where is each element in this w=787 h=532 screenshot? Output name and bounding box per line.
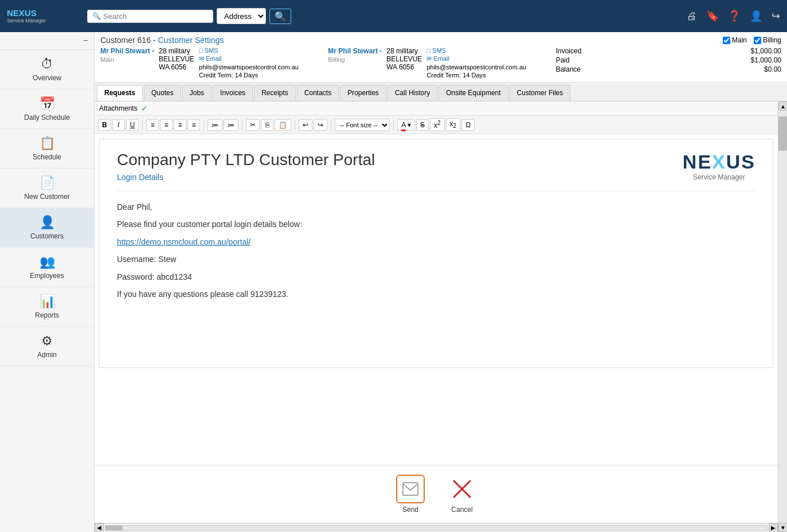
undo-button[interactable]: ↩ bbox=[299, 119, 312, 131]
superscript-button[interactable]: x2 bbox=[430, 118, 445, 131]
sidebar-label-admin: Admin bbox=[37, 351, 57, 359]
portal-url-link[interactable]: https://demo.nsmcloud.com.au/portal/ bbox=[117, 237, 250, 247]
sidebar-toggle[interactable]: − bbox=[0, 32, 94, 50]
sep6 bbox=[393, 120, 394, 130]
tab-requests[interactable]: Requests bbox=[97, 85, 143, 101]
horizontal-scroll-thumb[interactable] bbox=[105, 526, 123, 530]
billing-email-link[interactable]: ✉ Email bbox=[426, 55, 526, 62]
sidebar-item-overview[interactable]: ⏱ Overview bbox=[0, 50, 94, 89]
bottom-actions: Send Cancel bbox=[95, 465, 778, 523]
login-details-link[interactable]: Login Details bbox=[117, 173, 163, 182]
sidebar-item-new-customer[interactable]: 📄 New Customer bbox=[0, 169, 94, 208]
subscript-button[interactable]: x2 bbox=[446, 118, 461, 131]
paste-button[interactable]: 📋 bbox=[275, 119, 291, 131]
scroll-left-arrow[interactable]: ◀ bbox=[95, 523, 104, 533]
billing-contact-name: Mr Phil Stewart - bbox=[328, 47, 382, 55]
redo-button[interactable]: ↪ bbox=[314, 119, 327, 131]
right-scrollbar[interactable]: ▲ ▼ bbox=[778, 101, 787, 532]
tab-properties[interactable]: Properties bbox=[340, 85, 386, 101]
email-password: Password: abcd1234 bbox=[117, 271, 755, 283]
sidebar-item-employees[interactable]: 👥 Employees bbox=[0, 248, 94, 287]
list-unordered-button[interactable]: ≔ bbox=[207, 119, 222, 131]
sidebar-item-daily-schedule[interactable]: 📅 Daily Schedule bbox=[0, 89, 94, 129]
email-company-title: Company PTY LTD Customer Portal bbox=[117, 151, 375, 169]
special-char-button[interactable]: Ω bbox=[461, 119, 475, 131]
billing-sms-link[interactable]: □ SMS bbox=[426, 47, 526, 54]
invoiced-row: Invoiced $1,000.00 bbox=[556, 47, 781, 55]
billing-checkbox[interactable] bbox=[754, 37, 761, 44]
send-button-wrap[interactable]: Send bbox=[396, 475, 425, 514]
billing-credit-term: Credit Term: 14 Days bbox=[426, 72, 526, 79]
vertical-scroll-thumb[interactable] bbox=[778, 116, 787, 151]
bold-button[interactable]: B bbox=[98, 119, 111, 131]
top-bar: NEXUS Service Manager 🔍 Address 🔍 🖨 🔖 ❓ … bbox=[0, 0, 787, 32]
logout-icon[interactable]: ↪ bbox=[772, 10, 780, 22]
balance-value: $0.00 bbox=[764, 65, 781, 73]
sep2 bbox=[203, 120, 204, 130]
font-color-button[interactable]: A ▾ bbox=[397, 119, 415, 131]
scroll-right-arrow[interactable]: ▶ bbox=[769, 523, 778, 533]
nexus-us: US bbox=[726, 151, 755, 173]
customer-settings-link[interactable]: Customer Settings bbox=[158, 36, 224, 45]
bottom-scrollbar[interactable]: ◀ ▶ bbox=[95, 523, 778, 532]
customer-info-grid: Mr Phil Stewart - Main 28 military BELLE… bbox=[100, 47, 781, 79]
search-input-wrap[interactable]: 🔍 bbox=[87, 10, 213, 23]
help-icon[interactable]: ❓ bbox=[728, 10, 741, 22]
main-checkbox-label[interactable]: Main bbox=[723, 36, 747, 44]
nexus-logo-subtitle: Service Manager bbox=[683, 173, 755, 181]
main-email-link[interactable]: ✉ Email bbox=[199, 55, 299, 62]
customers-icon: 👤 bbox=[40, 215, 55, 230]
tab-contacts[interactable]: Contacts bbox=[297, 85, 339, 101]
email-questions: If you have any questions please call 91… bbox=[117, 288, 755, 300]
billing-checkbox-label[interactable]: Billing bbox=[754, 36, 781, 44]
cut-button[interactable]: ✂ bbox=[246, 119, 260, 131]
print-icon[interactable]: 🖨 bbox=[687, 10, 697, 22]
main-sms-link[interactable]: □ SMS bbox=[199, 47, 299, 54]
bookmark-icon[interactable]: 🔖 bbox=[706, 10, 719, 22]
tab-onsite-equipment[interactable]: Onsite Equipment bbox=[438, 85, 508, 101]
billing-contact-info: Mr Phil Stewart - Billing bbox=[328, 47, 382, 63]
align-left-button[interactable]: ≡ bbox=[146, 119, 159, 131]
cancel-button-wrap[interactable]: Cancel bbox=[448, 475, 476, 514]
horizontal-scroll-track[interactable] bbox=[105, 525, 768, 531]
tab-call-history[interactable]: Call History bbox=[387, 85, 437, 101]
sidebar-item-customers[interactable]: 👤 Customers bbox=[0, 208, 94, 248]
align-center-button[interactable]: ≡ bbox=[160, 119, 173, 131]
email-intro: Please find your customer portal login d… bbox=[117, 218, 755, 230]
tab-jobs[interactable]: Jobs bbox=[182, 85, 212, 101]
search-button[interactable]: 🔍 bbox=[269, 9, 291, 24]
copy-button[interactable]: ⎘ bbox=[261, 119, 273, 131]
sidebar-item-schedule[interactable]: 📋 Schedule bbox=[0, 129, 94, 169]
tab-invoices[interactable]: Invoices bbox=[213, 85, 253, 101]
search-input[interactable] bbox=[103, 12, 195, 21]
list-ordered-button[interactable]: ≔ bbox=[224, 119, 238, 131]
sidebar-item-admin[interactable]: ⚙ Admin bbox=[0, 327, 94, 366]
scroll-up-arrow[interactable]: ▲ bbox=[778, 101, 787, 111]
sidebar-item-reports[interactable]: 📊 Reports bbox=[0, 287, 94, 327]
vertical-scroll-track[interactable] bbox=[778, 111, 787, 523]
align-justify-button[interactable]: ≡ bbox=[187, 119, 200, 131]
customer-checkboxes: Main Billing bbox=[723, 36, 781, 44]
svg-rect-0 bbox=[403, 483, 418, 495]
sidebar: − ⏱ Overview 📅 Daily Schedule 📋 Schedule… bbox=[0, 32, 95, 532]
strikethrough-button[interactable]: S bbox=[416, 119, 429, 131]
tab-customer-files[interactable]: Customer Files bbox=[510, 85, 571, 101]
underline-button[interactable]: U bbox=[126, 119, 139, 131]
main-label: Main bbox=[732, 36, 747, 44]
scroll-down-arrow[interactable]: ▼ bbox=[778, 523, 787, 532]
tab-receipts[interactable]: Receipts bbox=[254, 85, 296, 101]
tab-quotes[interactable]: Quotes bbox=[144, 85, 181, 101]
send-button-icon[interactable] bbox=[396, 475, 425, 503]
email-body[interactable]: Company PTY LTD Customer Portal Login De… bbox=[99, 139, 773, 368]
address-select[interactable]: Address bbox=[217, 8, 266, 24]
cancel-button-icon[interactable] bbox=[448, 475, 476, 503]
main-checkbox[interactable] bbox=[723, 37, 730, 44]
sidebar-label-reports: Reports bbox=[35, 311, 59, 319]
font-size-select[interactable]: -- Font size -- bbox=[335, 119, 390, 131]
attachments-label: Attachments bbox=[99, 104, 138, 112]
align-right-button[interactable]: ≡ bbox=[174, 119, 186, 131]
daily-schedule-icon: 📅 bbox=[40, 96, 55, 111]
main-contact-name: Mr Phil Stewart - bbox=[100, 47, 154, 55]
italic-button[interactable]: I bbox=[112, 119, 125, 131]
user-icon[interactable]: 👤 bbox=[750, 10, 762, 22]
